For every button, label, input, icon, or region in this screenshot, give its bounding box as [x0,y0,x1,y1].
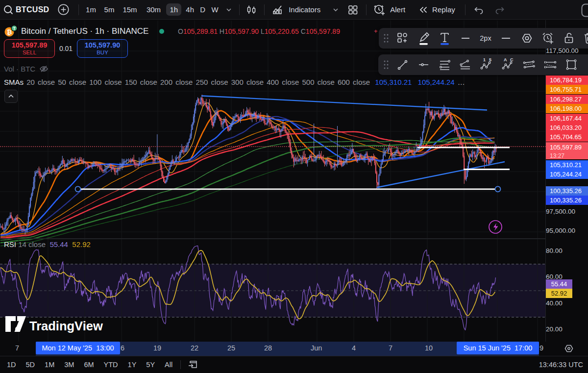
svg-text:A: A [504,57,507,62]
svg-text:TradingView: TradingView [29,319,103,333]
svg-text:5: 5 [489,57,491,62]
svg-text:T: T [13,26,16,31]
svg-text:C: C [510,57,514,62]
svg-text:1: 1 [483,57,486,62]
